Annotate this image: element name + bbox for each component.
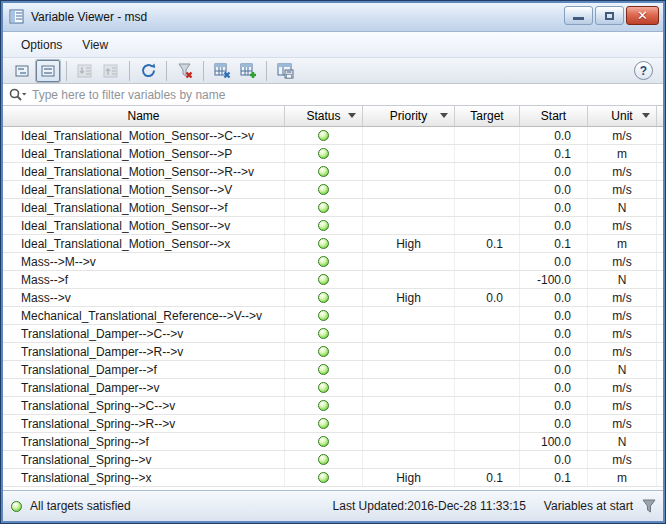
table-row[interactable]: Translational_Damper-->v0.0m/s (3, 379, 663, 397)
status-ok-icon (318, 256, 329, 267)
table-row[interactable]: Mass-->f-100.0N (3, 271, 663, 289)
tree-view-button[interactable] (10, 60, 34, 82)
variable-name-cell: Ideal_Translational_Motion_Sensor-->C-->… (3, 127, 285, 144)
toolbar-separator (129, 61, 130, 81)
table-row[interactable]: Ideal_Translational_Motion_Sensor-->C-->… (3, 127, 663, 145)
status-cell (285, 163, 363, 180)
collapse-all-icon (103, 63, 119, 79)
unit-cell: m/s (588, 253, 657, 270)
remove-column-icon (214, 62, 231, 79)
start-cell: -100.0 (520, 271, 588, 288)
row-spacer (657, 397, 663, 414)
status-ok-icon (318, 436, 329, 447)
variable-name-cell: Ideal_Translational_Motion_Sensor-->v (3, 217, 285, 234)
row-spacer (657, 181, 663, 198)
table-row[interactable]: Ideal_Translational_Motion_Sensor-->f0.0… (3, 199, 663, 217)
unit-cell: m/s (588, 307, 657, 324)
target-cell (455, 433, 520, 450)
column-header-start[interactable]: Start (520, 106, 588, 126)
variable-name-cell: Translational_Spring-->v (3, 451, 285, 468)
menu-options[interactable]: Options (11, 34, 72, 56)
variables-table: Ideal_Translational_Motion_Sensor-->C-->… (3, 127, 663, 490)
status-cell (285, 217, 363, 234)
row-spacer (657, 199, 663, 216)
table-row[interactable]: Mass-->vHigh0.00.0m/s (3, 289, 663, 307)
variable-name-cell: Mass-->M-->v (3, 253, 285, 270)
start-cell: 0.0 (520, 397, 588, 414)
status-cell (285, 379, 363, 396)
status-ok-icon (318, 238, 329, 249)
target-cell (455, 181, 520, 198)
unit-cell: m (588, 145, 657, 162)
status-cell (285, 253, 363, 270)
add-column-button[interactable] (236, 60, 260, 82)
toolbar-separator (203, 61, 204, 81)
target-cell: 0.1 (455, 235, 520, 252)
table-row[interactable]: Translational_Damper-->R-->v0.0m/s (3, 343, 663, 361)
search-icon[interactable] (9, 88, 27, 102)
column-header-target[interactable]: Target (455, 106, 520, 126)
table-row[interactable]: Translational_Damper-->C-->v0.0m/s (3, 325, 663, 343)
column-header-name[interactable]: Name (3, 106, 285, 126)
variables-mode-text: Variables at start (544, 499, 633, 513)
table-row[interactable]: Mass-->M-->v0.0m/s (3, 253, 663, 271)
status-ok-icon (318, 310, 329, 321)
table-row[interactable]: Translational_Spring-->xHigh0.10.1m (3, 469, 663, 487)
table-row[interactable]: Mechanical_Translational_Reference-->V--… (3, 307, 663, 325)
status-cell (285, 307, 363, 324)
variable-name-cell: Translational_Spring-->x (3, 469, 285, 486)
column-header-status[interactable]: Status (285, 106, 363, 126)
row-spacer (657, 145, 663, 162)
filter-bar (3, 84, 663, 106)
table-row[interactable]: Ideal_Translational_Motion_Sensor-->V0.0… (3, 181, 663, 199)
menu-view[interactable]: View (72, 34, 118, 56)
table-row[interactable]: Translational_Spring-->v0.0m/s (3, 451, 663, 469)
clear-filter-button[interactable] (173, 60, 197, 82)
table-row[interactable]: Translational_Spring-->R-->v0.0m/s (3, 415, 663, 433)
row-spacer (657, 343, 663, 360)
list-view-button[interactable] (36, 60, 60, 82)
row-spacer (657, 469, 663, 486)
filter-indicator-icon[interactable] (641, 498, 657, 514)
row-spacer (657, 451, 663, 468)
clear-filter-icon (177, 62, 194, 79)
table-row[interactable]: Translational_Spring-->C-->v0.0m/s (3, 397, 663, 415)
start-cell: 0.0 (520, 325, 588, 342)
start-cell: 0.0 (520, 163, 588, 180)
status-cell (285, 271, 363, 288)
help-button[interactable]: ? (634, 61, 653, 80)
filter-input[interactable] (32, 88, 657, 102)
table-row[interactable]: Translational_Spring-->f100.0N (3, 433, 663, 451)
unit-cell: m/s (588, 415, 657, 432)
target-cell (455, 307, 520, 324)
target-cell (455, 397, 520, 414)
column-header-priority[interactable]: Priority (363, 106, 455, 126)
status-cell (285, 343, 363, 360)
table-row[interactable]: Translational_Damper-->f0.0N (3, 361, 663, 379)
unit-cell: m/s (588, 397, 657, 414)
status-cell (285, 451, 363, 468)
table-row[interactable]: Ideal_Translational_Motion_Sensor-->P0.1… (3, 145, 663, 163)
column-header-unit[interactable]: Unit (588, 106, 657, 126)
table-row[interactable]: Ideal_Translational_Motion_Sensor-->v0.0… (3, 217, 663, 235)
tree-view-icon (14, 63, 30, 79)
close-button[interactable]: ✕ (626, 6, 659, 25)
row-spacer (657, 433, 663, 450)
maximize-button[interactable] (595, 6, 624, 25)
status-cell (285, 145, 363, 162)
minimize-button[interactable] (564, 6, 593, 25)
table-row[interactable]: Ideal_Translational_Motion_Sensor-->xHig… (3, 235, 663, 253)
chevron-down-icon[interactable] (642, 113, 650, 118)
chevron-down-icon[interactable] (348, 113, 356, 118)
column-header-spacer (657, 106, 663, 126)
status-cell (285, 127, 363, 144)
table-row[interactable]: Ideal_Translational_Motion_Sensor-->R-->… (3, 163, 663, 181)
chevron-down-icon[interactable] (440, 113, 448, 118)
save-view-button[interactable] (273, 60, 297, 82)
remove-column-button[interactable] (210, 60, 234, 82)
target-cell: 0.0 (455, 289, 520, 306)
status-ok-icon (318, 166, 329, 177)
title-bar[interactable]: Variable Viewer - msd ✕ (3, 3, 663, 32)
refresh-button[interactable] (136, 60, 160, 82)
target-cell (455, 217, 520, 234)
